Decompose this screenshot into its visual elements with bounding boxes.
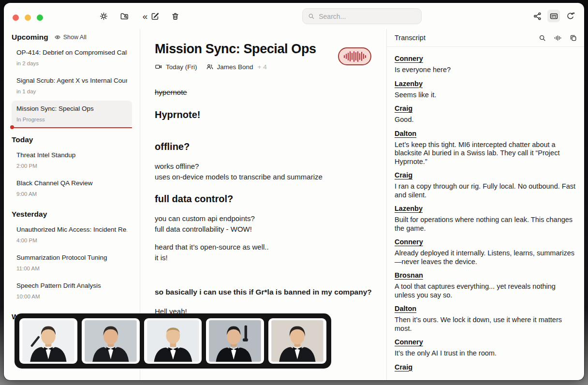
transcript-entry: Dalton Then it’s ours. We lock it down, … bbox=[395, 304, 575, 333]
portrait-brosnan[interactable] bbox=[206, 318, 264, 364]
transcript-text: Let’s keep this tight. MI6 intercepted c… bbox=[395, 141, 575, 166]
section-label-today: Today bbox=[12, 135, 33, 144]
section-label-upcoming: Upcoming bbox=[12, 33, 48, 42]
transcript-entry: Lazenby Built for operations where nothi… bbox=[395, 204, 575, 233]
transcript-entry: Connery Already deployed it internally. … bbox=[395, 237, 575, 266]
note-bold-question: so basically i can use this if Gr*la is … bbox=[155, 287, 372, 297]
panel-card-icon bbox=[549, 12, 559, 21]
minimize-window-button[interactable] bbox=[25, 15, 31, 21]
global-search[interactable] bbox=[302, 8, 422, 24]
app-window: « bbox=[4, 3, 584, 380]
transcript-speaker[interactable]: Brosnan bbox=[395, 271, 423, 279]
transcript-title: Transcript bbox=[395, 34, 538, 42]
transcript-speaker[interactable]: Dalton bbox=[395, 130, 416, 137]
gear-icon bbox=[99, 12, 108, 21]
recording-button[interactable] bbox=[338, 47, 371, 65]
settings-button[interactable] bbox=[97, 10, 110, 22]
note-line: heard that it’s open-source as well.. bbox=[155, 242, 372, 252]
transcript-text: Seems like it. bbox=[395, 91, 575, 100]
transcript-speaker[interactable]: Craig bbox=[395, 363, 412, 371]
transcript-text: Good. bbox=[395, 116, 575, 124]
sidebar-item-summarization-tuning[interactable]: Summarization Protocol Tuning 11:00 AM bbox=[12, 250, 132, 277]
transcript-waveform-icon[interactable] bbox=[554, 34, 562, 42]
transcript-entry: Connery Is everyone here? bbox=[395, 54, 575, 74]
trash-icon bbox=[171, 12, 180, 21]
zoom-window-button[interactable] bbox=[37, 15, 43, 21]
transcript-speaker[interactable]: Connery bbox=[395, 238, 423, 246]
portrait-craig-image bbox=[146, 320, 200, 362]
note-strikethrough-line: hypernote bbox=[155, 87, 372, 98]
transcript-panel: Transcript Connery bbox=[386, 29, 584, 380]
transcript-speaker[interactable]: Craig bbox=[395, 171, 412, 179]
recording-progress-line[interactable] bbox=[12, 127, 132, 128]
portrait-brosnan-image bbox=[208, 320, 262, 362]
transcript-text: Already deployed it internally. Listens,… bbox=[395, 249, 575, 266]
transcript-speaker[interactable]: Lazenby bbox=[395, 205, 423, 212]
toolbar: « bbox=[4, 3, 584, 29]
transcript-copy-icon[interactable] bbox=[569, 34, 577, 42]
portrait-dalton-image bbox=[270, 320, 324, 362]
transcript-entry: Brosnan A tool that captures everything.… bbox=[395, 271, 575, 299]
delete-note-button[interactable] bbox=[169, 10, 181, 22]
sidebar-item-threat-intel[interactable]: Threat Intel Standup 2:00 PM bbox=[12, 147, 132, 174]
sidebar-item-speech-drift[interactable]: Speech Pattern Drift Analysis 10:00 AM bbox=[12, 278, 132, 305]
transcript-speaker[interactable]: Connery bbox=[395, 55, 423, 62]
note-line: uses on-device models to transcribe and … bbox=[155, 172, 372, 182]
participants-photo-strip[interactable] bbox=[15, 313, 331, 369]
share-nodes-icon bbox=[533, 12, 542, 21]
sidebar-item-op414[interactable]: OP-414: Debrief on Compromised Call in 2… bbox=[12, 44, 132, 72]
transcript-text: A tool that captures everything... yet r… bbox=[395, 282, 575, 299]
transcript-entry: Connery It’s the only AI I trust in the … bbox=[395, 338, 575, 358]
search-icon bbox=[308, 12, 315, 20]
transcript-search-icon[interactable] bbox=[538, 34, 546, 42]
eye-icon bbox=[54, 34, 61, 41]
search-notes-button[interactable] bbox=[118, 10, 131, 22]
portrait-lazenby-image bbox=[84, 320, 138, 362]
transcript-text: It’s the only AI I trust in the room. bbox=[395, 349, 575, 358]
transcript-entry: Craig bbox=[395, 363, 575, 374]
recording-progress-dot[interactable] bbox=[10, 125, 14, 129]
sidebar-item-mission-sync-selected[interactable]: Mission Sync: Special Ops In Progress bbox=[12, 101, 132, 128]
new-note-button[interactable] bbox=[148, 10, 161, 22]
transcript-speaker[interactable]: Connery bbox=[395, 338, 423, 346]
transcript-speaker[interactable]: Lazenby bbox=[395, 80, 423, 88]
transcript-speaker[interactable]: Craig bbox=[395, 104, 412, 112]
transcript-entry: Craig Good. bbox=[395, 104, 575, 124]
attendees-chip[interactable]: James Bond + 4 bbox=[206, 63, 267, 71]
transcript-text: Is everyone here? bbox=[395, 66, 575, 74]
transcript-entry: Craig I ran a copy through our rig. Full… bbox=[395, 171, 575, 199]
folder-search-icon bbox=[120, 12, 129, 21]
people-icon bbox=[206, 63, 214, 71]
transcript-entry: Lazenby Seems like it. bbox=[395, 79, 575, 100]
portrait-craig[interactable] bbox=[144, 318, 202, 364]
close-window-button[interactable] bbox=[13, 15, 19, 21]
widgets-panel-button[interactable] bbox=[547, 10, 560, 22]
video-camera-icon bbox=[155, 63, 162, 71]
section-label-yesterday: Yesterday bbox=[12, 210, 47, 219]
meeting-date-chip[interactable]: Today (Fri) bbox=[155, 63, 197, 71]
transcript-text: I ran a copy through our rig. Fully loca… bbox=[395, 182, 575, 199]
sync-button[interactable] bbox=[564, 10, 576, 22]
note-line: works offline? bbox=[155, 161, 372, 172]
sidebar-item-black-channel[interactable]: Black Channel QA Review 9:00 AM bbox=[12, 175, 132, 202]
portrait-dalton[interactable] bbox=[268, 318, 326, 364]
sidebar-item-signal-scrub[interactable]: Signal Scrub: Agent X vs Internal Coun..… bbox=[12, 73, 132, 100]
window-controls bbox=[13, 15, 43, 21]
share-button[interactable] bbox=[531, 10, 544, 22]
attendees-extra-count[interactable]: + 4 bbox=[258, 63, 267, 71]
portrait-connery-image bbox=[21, 320, 75, 362]
portrait-connery[interactable] bbox=[19, 318, 77, 364]
note-line: you can custom api endpoints? bbox=[155, 213, 372, 224]
transcript-text: Then it’s ours. We lock it down, use it … bbox=[395, 316, 575, 333]
waveform-icon bbox=[344, 51, 366, 62]
refresh-icon bbox=[566, 12, 575, 21]
show-all-button[interactable]: Show All bbox=[54, 34, 87, 41]
note-line: full data controllability - WOW! bbox=[155, 224, 372, 235]
sidebar-item-unauthorized-mic[interactable]: Unauthorized Mic Access: Incident Re... … bbox=[12, 222, 132, 249]
search-input[interactable] bbox=[319, 13, 416, 20]
portrait-lazenby[interactable] bbox=[82, 318, 140, 364]
note-body[interactable]: hypernote Hyprnote! offline? works offli… bbox=[155, 87, 372, 316]
transcript-entries: Connery Is everyone here? Lazenby Seems … bbox=[387, 47, 584, 379]
transcript-speaker[interactable]: Dalton bbox=[395, 305, 416, 312]
note-line: it is! bbox=[155, 252, 372, 263]
